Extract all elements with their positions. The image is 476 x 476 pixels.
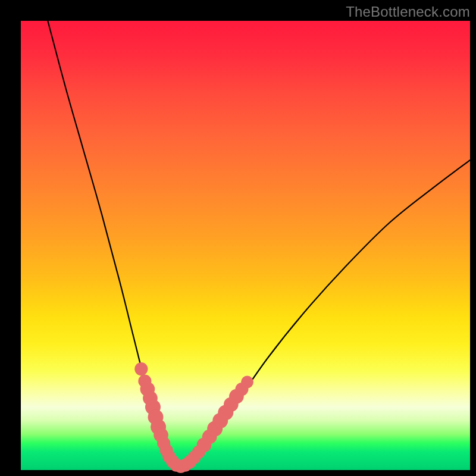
highlight-dot [241,376,253,389]
bottleneck-curve [48,21,470,466]
watermark-text: TheBottleneck.com [346,4,470,20]
chart-svg [21,21,470,470]
highlight-dot [134,362,148,375]
chart-frame: TheBottleneck.com [0,0,476,476]
plot-area [21,21,470,470]
highlight-dots [134,362,253,473]
